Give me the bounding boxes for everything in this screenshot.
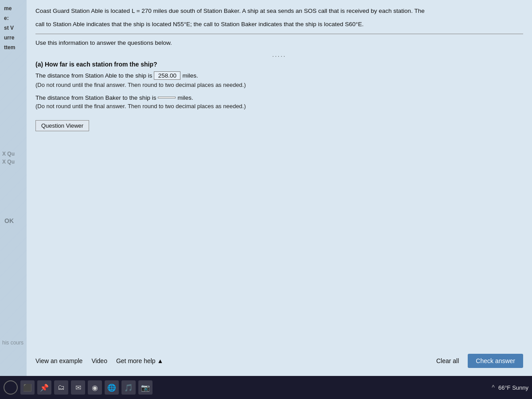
station-able-value[interactable]: 258.00	[154, 71, 180, 80]
taskbar-icon-5[interactable]: 🌐	[105, 380, 119, 395]
start-button[interactable]	[4, 380, 18, 395]
check-answer-button[interactable]: Check answer	[468, 354, 523, 368]
sidebar-item-stv[interactable]: st V	[2, 24, 24, 32]
taskbar-up-arrow[interactable]: ^	[492, 384, 495, 391]
station-able-note: (Do not round until the final answer. Th…	[35, 82, 523, 88]
get-more-help-link[interactable]: Get more help ▲	[116, 357, 163, 364]
instruction-text: Use this information to answer the quest…	[35, 39, 523, 47]
sidebar-item-urre[interactable]: urre	[2, 34, 24, 42]
station-able-row: The distance from Station Able to the sh…	[35, 71, 523, 80]
clear-all-button[interactable]: Clear all	[436, 357, 459, 364]
divider	[35, 34, 523, 34]
view-example-link[interactable]: View an example	[35, 357, 82, 364]
station-able-suffix: miles.	[182, 72, 198, 79]
station-baker-suffix: miles.	[177, 94, 193, 101]
taskbar-icon-6[interactable]: 🎵	[121, 380, 136, 395]
bottom-toolbar: View an example Video Get more help ▲ Cl…	[27, 349, 532, 372]
taskbar-icon-1[interactable]: 📌	[37, 380, 51, 395]
station-baker-input[interactable]	[158, 97, 176, 98]
taskbar-icon-4[interactable]: ◉	[88, 380, 102, 395]
dots: .....	[272, 52, 286, 58]
dots-row: .....	[35, 52, 523, 58]
question-viewer-button[interactable]: Question Viewer	[35, 120, 89, 131]
taskbar-right: ^ 66°F Sunny	[492, 384, 528, 391]
sidebar-item-e[interactable]: e:	[2, 14, 24, 22]
part-a-label: (a) How far is each station from the shi…	[35, 61, 523, 68]
taskbar: ⬛ 📌 🗂 ✉ ◉ 🌐 🎵 📷 ^ 66°F Sunny	[0, 376, 532, 399]
intro-line2: call to Station Able indicates that the …	[35, 20, 523, 29]
video-link[interactable]: Video	[91, 357, 107, 364]
station-able-prefix: The distance from Station Able to the sh…	[35, 72, 152, 79]
content-area: Coast Guard Station Able is located L = …	[27, 0, 532, 399]
intro-line1: Coast Guard Station Able is located L = …	[35, 7, 523, 16]
taskbar-icon-2[interactable]: 🗂	[54, 380, 68, 395]
sidebar-item-ttem[interactable]: ttem	[2, 43, 24, 51]
station-baker-prefix: The distance from Station Baker to the s…	[35, 94, 156, 101]
taskbar-search-icon[interactable]: ⬛	[20, 380, 35, 395]
taskbar-icon-7[interactable]: 📷	[138, 380, 153, 395]
station-baker-note: (Do not round until the final answer. Th…	[35, 103, 523, 110]
taskbar-icon-3[interactable]: ✉	[71, 380, 85, 395]
sidebar-left: me e: st V urre ttem	[0, 0, 27, 399]
sidebar-item-me[interactable]: me	[2, 4, 24, 12]
station-baker-row: The distance from Station Baker to the s…	[35, 94, 523, 101]
weather-display: 66°F Sunny	[498, 384, 528, 391]
